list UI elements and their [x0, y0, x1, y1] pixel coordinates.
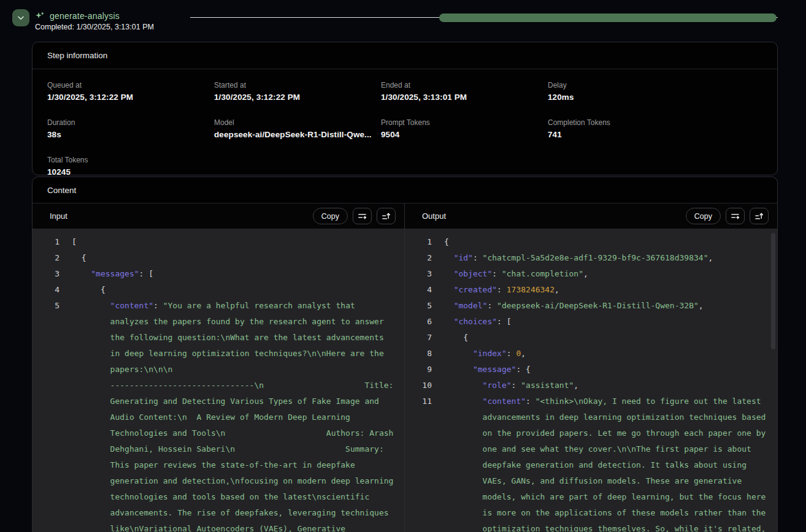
input-panel-header: Input Copy — [33, 203, 404, 229]
info-field-value: 1/30/2025, 3:13:01 PM — [381, 93, 548, 102]
content-title: Content — [33, 177, 777, 203]
info-field-label: Queued at — [47, 81, 214, 89]
info-field-value: 9504 — [381, 130, 548, 139]
info-field: Completion Tokens741 — [548, 118, 715, 139]
info-field: Prompt Tokens9504 — [381, 118, 548, 139]
line-number: 11 — [405, 393, 432, 409]
input-copy-button[interactable]: Copy — [313, 208, 348, 224]
info-field: Started at1/30/2025, 3:12:22 PM — [214, 81, 381, 102]
output-panel-title: Output — [422, 211, 446, 221]
info-field-label: Total Tokens — [47, 156, 214, 164]
info-field-label: Completion Tokens — [548, 118, 715, 127]
info-field: Total Tokens10245 — [47, 156, 214, 175]
input-panel: Input Copy — [33, 203, 404, 532]
code-line: 4{ — [33, 282, 404, 298]
input-panel-title: Input — [50, 211, 67, 221]
line-number: 3 — [405, 266, 432, 282]
line-number: 10 — [405, 378, 432, 393]
sparkles-icon — [35, 11, 45, 21]
line-number: 2 — [405, 250, 432, 266]
line-number: 2 — [33, 250, 59, 266]
input-wrap-text-button[interactable] — [353, 208, 372, 224]
content-card: Content Input Copy — [32, 177, 778, 532]
code-line: 2"id": "chatcmpl-5a5d2e8e-adf1-9329-bf9c… — [405, 250, 777, 266]
input-expand-button[interactable] — [377, 208, 396, 224]
code-line: 10"role": "assistant", — [405, 378, 777, 393]
info-field: Modeldeepseek-ai/DeepSeek-R1-Distill-Qwe… — [214, 118, 381, 139]
info-field-value: 741 — [548, 130, 715, 139]
code-line: 3"messages": [ — [33, 266, 404, 282]
expand-up-icon — [754, 211, 764, 221]
info-field-value: deepseek-ai/DeepSeek-R1-Distill-Qwe... — [214, 130, 381, 139]
timeline-duration-bar[interactable] — [439, 13, 777, 22]
step-completed-timestamp: Completed: 1/30/2025, 3:13:01 PM — [35, 23, 154, 31]
line-number: 1 — [33, 234, 59, 250]
info-field-label: Delay — [548, 81, 715, 89]
output-wrap-text-button[interactable] — [726, 208, 745, 224]
code-line: 6"choices": [ — [405, 314, 777, 330]
line-number: 5 — [33, 298, 59, 314]
code-line: 4"created": 1738246342, — [405, 282, 777, 298]
output-panel-header: Output Copy — [405, 203, 777, 229]
chevron-down-icon — [17, 13, 25, 22]
wrap-text-icon — [358, 211, 367, 221]
output-panel: Output Copy — [405, 203, 777, 532]
code-line: 5"model": "deepseek-ai/DeepSeek-R1-Disti… — [405, 298, 777, 314]
code-line: 5"content": "You are a helpful research … — [33, 298, 404, 532]
collapse-step-button[interactable] — [12, 9, 29, 26]
code-line: 9"message": { — [405, 362, 777, 378]
info-field-value: 1/30/2025, 3:12:22 PM — [47, 93, 214, 102]
code-line: 8"index": 0, — [405, 346, 777, 362]
code-line: 7{ — [405, 330, 777, 346]
info-field-label: Prompt Tokens — [381, 118, 548, 127]
info-field-label: Model — [214, 118, 381, 127]
line-number: 5 — [405, 298, 432, 314]
info-field-value: 1/30/2025, 3:12:22 PM — [214, 93, 381, 102]
wrap-text-icon — [731, 211, 740, 221]
code-line: 1{ — [405, 234, 777, 250]
info-field-value: 10245 — [47, 167, 214, 175]
info-field-label: Ended at — [381, 81, 548, 89]
line-number: 8 — [405, 346, 432, 362]
expand-up-icon — [382, 211, 391, 221]
line-number: 1 — [405, 234, 432, 250]
info-field-label: Started at — [214, 81, 381, 89]
line-number: 4 — [33, 282, 59, 298]
info-field: Queued at1/30/2025, 3:12:22 PM — [47, 81, 214, 102]
info-field-label: Duration — [47, 118, 214, 127]
step-information-card: Step information Queued at1/30/2025, 3:1… — [32, 42, 778, 175]
output-expand-button[interactable] — [750, 208, 769, 224]
step-header: generate-analysis Completed: 1/30/2025, … — [0, 0, 806, 36]
info-field: Ended at1/30/2025, 3:13:01 PM — [381, 81, 548, 102]
info-field-value: 38s — [47, 130, 214, 139]
info-field: Delay120ms — [548, 81, 715, 102]
info-field: Duration38s — [47, 118, 214, 139]
code-line: 2{ — [33, 250, 404, 266]
output-scrollbar[interactable] — [771, 233, 775, 349]
line-number: 6 — [405, 314, 432, 330]
info-field-value: 120ms — [548, 93, 715, 102]
step-name: generate-analysis — [50, 11, 120, 21]
code-line: 1[ — [33, 234, 404, 250]
code-line: 11"content": "<think>\nOkay, I need to f… — [405, 393, 777, 532]
output-code-viewer[interactable]: 1{2"id": "chatcmpl-5a5d2e8e-adf1-9329-bf… — [405, 229, 777, 532]
line-number: 3 — [33, 266, 59, 282]
code-line: 3"object": "chat.completion", — [405, 266, 777, 282]
line-number: 9 — [405, 362, 432, 378]
step-information-title: Step information — [33, 42, 777, 69]
line-number: 4 — [405, 282, 432, 298]
output-copy-button[interactable]: Copy — [686, 208, 721, 224]
input-code-viewer[interactable]: 1[2{3"messages": [4{5"content": "You are… — [33, 229, 404, 532]
step-info-grid: Queued at1/30/2025, 3:12:22 PMStarted at… — [33, 69, 777, 175]
line-number: 7 — [405, 330, 432, 346]
